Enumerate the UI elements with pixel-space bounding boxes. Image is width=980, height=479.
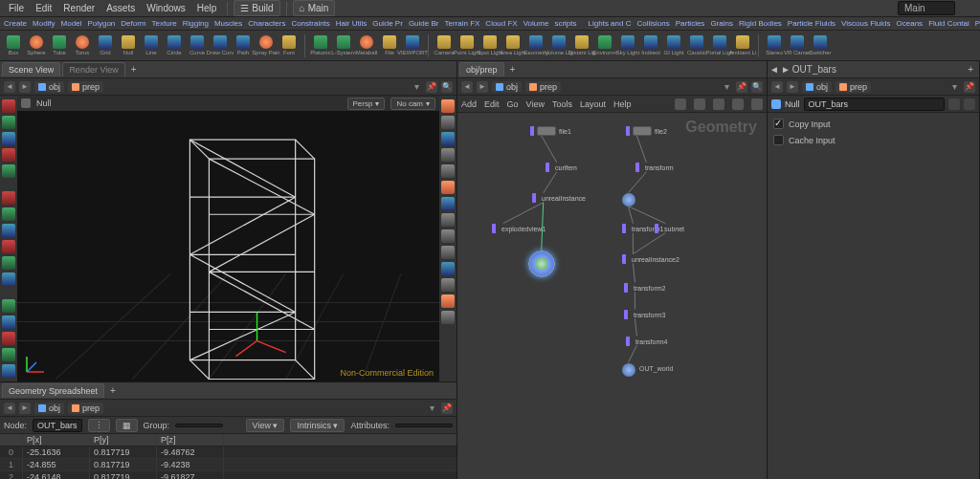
help-icon[interactable]: [964, 98, 975, 110]
shelf-tab[interactable]: Fluid Contai: [928, 19, 969, 28]
net-icon[interactable]: [675, 98, 686, 110]
tool-icon[interactable]: [2, 272, 15, 286]
col-header[interactable]: [0, 434, 23, 446]
shelf-tool[interactable]: L-System: [334, 33, 353, 59]
shelf-tool[interactable]: Switcher: [811, 33, 830, 59]
tool-icon[interactable]: [2, 148, 15, 162]
tool-icon[interactable]: [2, 116, 15, 129]
attributes-field[interactable]: [395, 424, 453, 427]
nav-fwd-icon[interactable]: ►: [787, 81, 798, 93]
shelf-tab[interactable]: Particle Fluids: [788, 19, 835, 28]
shelf-tool[interactable]: Point Light: [457, 33, 477, 59]
net-view[interactable]: View: [526, 99, 545, 109]
find-icon[interactable]: 🔍: [751, 81, 763, 93]
sop-node[interactable]: transform2: [624, 283, 665, 293]
path-dropdown-icon[interactable]: ▾: [948, 81, 960, 92]
nav-fwd-icon[interactable]: ►: [19, 403, 31, 414]
main-field[interactable]: Main: [898, 1, 955, 15]
col-header[interactable]: P[z]: [157, 434, 224, 446]
tool-icon[interactable]: [2, 348, 15, 361]
shelf-tool[interactable]: Font: [279, 33, 299, 59]
shelf-tab[interactable]: Texture: [152, 19, 177, 28]
crumb-obj[interactable]: obj: [492, 81, 522, 93]
disp-icon[interactable]: [441, 278, 455, 292]
tab-geometry-spreadsheet[interactable]: Geometry Spreadsheet: [2, 383, 104, 398]
disp-icon[interactable]: [441, 246, 455, 259]
pin-icon[interactable]: 📌: [736, 81, 747, 93]
shelf-tool[interactable]: GI Light: [664, 33, 683, 59]
shelf-tab[interactable]: Populate Con: [975, 19, 980, 28]
net-edit[interactable]: Edit: [484, 99, 500, 109]
shelf-tab[interactable]: Particles: [676, 19, 705, 28]
tool-icon[interactable]: [2, 364, 15, 378]
crumb-prep[interactable]: prep: [835, 81, 871, 93]
tool-icon[interactable]: [2, 224, 15, 237]
net-add[interactable]: Add: [461, 99, 477, 109]
net-icon[interactable]: [732, 98, 744, 110]
disp-icon[interactable]: [441, 148, 455, 162]
table-row[interactable]: 1-24.8550.817719-9.4238: [0, 459, 457, 471]
shelf-tab[interactable]: Modify: [33, 19, 56, 28]
merge-node[interactable]: [622, 193, 635, 207]
sop-node[interactable]: unrealInstance2: [622, 254, 679, 264]
crumb-obj[interactable]: obj: [34, 403, 64, 414]
shelf-tab[interactable]: Guide Pr: [372, 19, 403, 28]
null-node-selected[interactable]: [528, 250, 555, 277]
shelf-tool[interactable]: Box: [4, 33, 23, 59]
merge-node[interactable]: [622, 363, 635, 377]
build-dropdown[interactable]: ☰ Build: [234, 0, 279, 16]
sop-node[interactable]: explodedview1: [492, 224, 546, 233]
pin-icon[interactable]: 📌: [441, 403, 453, 414]
crumb-prep[interactable]: prep: [68, 403, 103, 414]
shelf-tool[interactable]: Sky Light: [618, 33, 637, 59]
path-dropdown-icon[interactable]: ▾: [721, 81, 732, 92]
shelf-tab[interactable]: Guide Br: [409, 19, 439, 28]
prims-mode-icon[interactable]: ▦: [116, 419, 138, 432]
nav-fwd-icon[interactable]: ►: [19, 81, 31, 93]
shelf-tab[interactable]: Viscous Fluids: [841, 19, 890, 28]
disp-icon[interactable]: [441, 197, 455, 210]
disp-icon[interactable]: [441, 99, 455, 113]
shelf-tool[interactable]: Spot Light: [480, 33, 500, 59]
shelf-tool[interactable]: Ambient Li: [733, 33, 752, 59]
shelf-tab[interactable]: Oceans: [897, 19, 924, 28]
net-icon[interactable]: [713, 98, 724, 110]
tool-icon[interactable]: [2, 132, 15, 145]
crumb-prep[interactable]: prep: [68, 81, 103, 93]
shelf-tool[interactable]: Volume Lig: [549, 33, 568, 59]
table-row[interactable]: 0-25.16360.817719-9.48762: [0, 446, 457, 459]
tool-icon[interactable]: [2, 299, 15, 313]
shelf-tab[interactable]: Collisions: [636, 19, 669, 28]
nav-back-icon[interactable]: ◄: [4, 81, 15, 93]
shelf-tool[interactable]: Torus: [73, 33, 92, 59]
shelf-tab[interactable]: Deform: [121, 19, 145, 28]
disp-icon[interactable]: [441, 164, 455, 178]
shelf-tool[interactable]: VIEWPORT: [403, 33, 422, 59]
disp-icon[interactable]: [441, 116, 455, 129]
disp-icon[interactable]: [441, 132, 455, 145]
shelf-tab[interactable]: Create: [4, 19, 27, 28]
shelf-tab[interactable]: scripts: [554, 19, 576, 28]
sop-node[interactable]: transform: [635, 163, 674, 172]
net-layout[interactable]: Layout: [580, 99, 606, 109]
tool-icon[interactable]: [2, 191, 15, 205]
shelf-tab[interactable]: Rigging: [183, 19, 209, 28]
shelf-tab[interactable]: Cloud FX: [485, 19, 517, 28]
menu-edit[interactable]: Edit: [31, 1, 56, 15]
shelf-tab[interactable]: Polygon: [87, 19, 115, 28]
tool-icon[interactable]: [2, 256, 15, 270]
crumb-obj[interactable]: obj: [802, 81, 832, 93]
shelf-tool[interactable]: Geometry: [526, 33, 546, 59]
nav-back-icon[interactable]: ◄: [771, 81, 783, 93]
tool-icon[interactable]: [2, 207, 15, 221]
shelf-tool[interactable]: Portal Ligh: [710, 33, 729, 59]
shelf-tool[interactable]: Null: [119, 33, 138, 59]
gear-icon[interactable]: [948, 98, 960, 110]
viewport-3d[interactable]: Non-Commercial Edition: [17, 111, 439, 381]
shelf-tool[interactable]: Distant Lig: [572, 33, 591, 59]
checkbox[interactable]: [773, 135, 784, 145]
disp-icon[interactable]: [441, 213, 455, 227]
shelf-tool[interactable]: Caustic: [687, 33, 706, 59]
disp-icon[interactable]: [441, 311, 455, 324]
shelf-tool[interactable]: Area Light: [503, 33, 523, 59]
